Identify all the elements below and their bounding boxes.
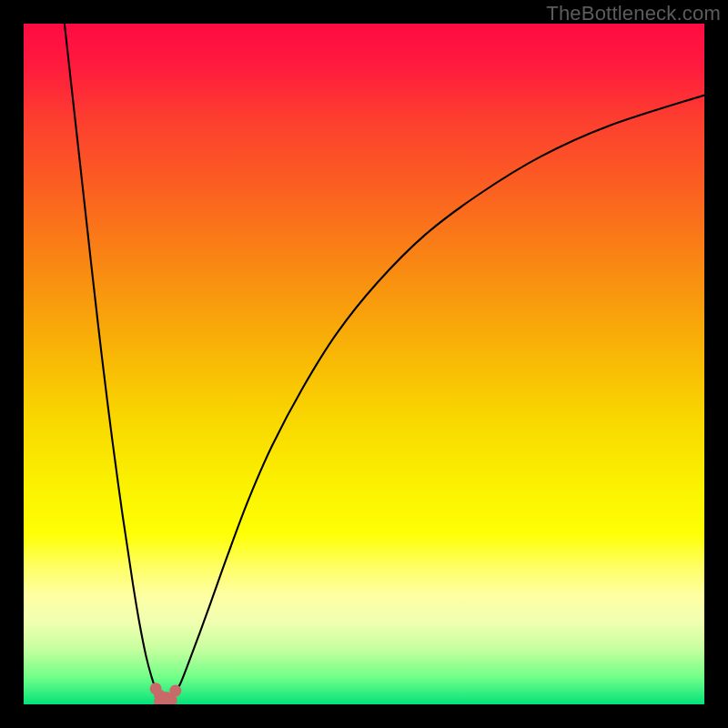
chart-frame: TheBottleneck.com: [0, 0, 728, 728]
valley-dot: [169, 685, 181, 697]
plot-area: [24, 24, 704, 704]
chart-svg: [24, 24, 704, 704]
gradient-background: [24, 24, 704, 704]
watermark: TheBottleneck.com: [546, 2, 721, 25]
